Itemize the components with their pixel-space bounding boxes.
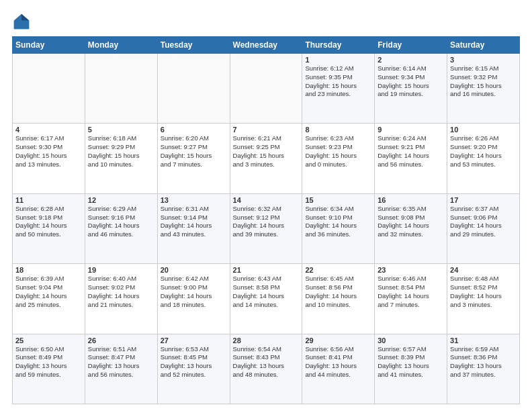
calendar-cell: 27Sunrise: 6:53 AMSunset: 8:45 PMDayligh… [157, 334, 230, 404]
calendar-cell: 20Sunrise: 6:42 AMSunset: 9:00 PMDayligh… [157, 264, 230, 334]
calendar-cell: 8Sunrise: 6:23 AMSunset: 9:23 PMDaylight… [302, 124, 375, 193]
day-info: Sunrise: 6:23 AMSunset: 9:23 PMDaylight:… [305, 134, 371, 169]
svg-marker-1 [21, 14, 29, 21]
calendar: SundayMondayTuesdayWednesdayThursdayFrid… [12, 36, 520, 404]
day-number: 19 [88, 266, 154, 274]
calendar-cell: 13Sunrise: 6:31 AMSunset: 9:14 PMDayligh… [157, 193, 230, 263]
calendar-cell: 19Sunrise: 6:40 AMSunset: 9:02 PMDayligh… [85, 264, 157, 334]
calendar-week: 25Sunrise: 6:50 AMSunset: 8:49 PMDayligh… [13, 334, 520, 404]
calendar-cell: 29Sunrise: 6:56 AMSunset: 8:41 PMDayligh… [302, 334, 375, 404]
day-number: 28 [233, 336, 300, 345]
calendar-cell: 18Sunrise: 6:39 AMSunset: 9:04 PMDayligh… [13, 264, 85, 334]
day-number: 25 [15, 336, 82, 345]
day-info: Sunrise: 6:50 AMSunset: 8:49 PMDaylight:… [15, 345, 82, 379]
day-number: 18 [15, 266, 82, 274]
day-info: Sunrise: 6:57 AMSunset: 8:39 PMDaylight:… [378, 345, 444, 379]
day-number: 4 [15, 126, 82, 134]
day-number: 23 [378, 266, 444, 274]
day-info: Sunrise: 6:51 AMSunset: 8:47 PMDaylight:… [88, 345, 154, 379]
day-info: Sunrise: 6:59 AMSunset: 8:36 PMDaylight:… [450, 345, 517, 379]
day-number: 31 [450, 336, 517, 345]
calendar-cell: 28Sunrise: 6:54 AMSunset: 8:43 PMDayligh… [230, 334, 302, 404]
day-number: 22 [305, 266, 371, 274]
calendar-body: 1Sunrise: 6:12 AMSunset: 9:35 PMDaylight… [13, 54, 520, 404]
weekday-header: Wednesday [230, 37, 302, 54]
day-info: Sunrise: 6:12 AMSunset: 9:35 PMDaylight:… [305, 64, 371, 99]
page: SundayMondayTuesdayWednesdayThursdayFrid… [0, 0, 532, 411]
calendar-cell: 11Sunrise: 6:28 AMSunset: 9:18 PMDayligh… [13, 193, 85, 263]
calendar-cell: 23Sunrise: 6:46 AMSunset: 8:54 PMDayligh… [375, 264, 447, 334]
day-info: Sunrise: 6:39 AMSunset: 9:04 PMDaylight:… [15, 275, 82, 309]
day-info: Sunrise: 6:18 AMSunset: 9:29 PMDaylight:… [88, 134, 154, 169]
calendar-cell: 3Sunrise: 6:15 AMSunset: 9:32 PMDaylight… [447, 54, 520, 124]
day-info: Sunrise: 6:34 AMSunset: 9:10 PMDaylight:… [305, 205, 371, 239]
day-number: 29 [305, 336, 371, 345]
day-number: 16 [378, 196, 444, 204]
day-number: 27 [161, 336, 227, 345]
header [12, 12, 520, 31]
day-info: Sunrise: 6:42 AMSunset: 9:00 PMDaylight:… [161, 275, 227, 309]
calendar-cell: 30Sunrise: 6:57 AMSunset: 8:39 PMDayligh… [375, 334, 447, 404]
day-number: 15 [305, 196, 371, 204]
svg-rect-2 [14, 21, 29, 30]
weekday-header: Thursday [302, 37, 375, 54]
day-info: Sunrise: 6:35 AMSunset: 9:08 PMDaylight:… [378, 205, 444, 239]
day-number: 3 [450, 56, 517, 64]
calendar-cell: 10Sunrise: 6:26 AMSunset: 9:20 PMDayligh… [447, 124, 520, 193]
calendar-cell: 9Sunrise: 6:24 AMSunset: 9:21 PMDaylight… [375, 124, 447, 193]
calendar-cell: 7Sunrise: 6:21 AMSunset: 9:25 PMDaylight… [230, 124, 302, 193]
calendar-week: 18Sunrise: 6:39 AMSunset: 9:04 PMDayligh… [13, 264, 520, 334]
day-info: Sunrise: 6:24 AMSunset: 9:21 PMDaylight:… [378, 134, 444, 169]
calendar-table: SundayMondayTuesdayWednesdayThursdayFrid… [12, 36, 520, 404]
day-info: Sunrise: 6:29 AMSunset: 9:16 PMDaylight:… [88, 205, 154, 239]
calendar-cell: 1Sunrise: 6:12 AMSunset: 9:35 PMDaylight… [302, 54, 375, 124]
day-number: 26 [88, 336, 154, 345]
day-number: 30 [378, 336, 444, 345]
day-number: 17 [450, 196, 517, 204]
day-info: Sunrise: 6:48 AMSunset: 8:52 PMDaylight:… [450, 275, 517, 309]
weekday-header: Friday [375, 37, 447, 54]
calendar-cell: 12Sunrise: 6:29 AMSunset: 9:16 PMDayligh… [85, 193, 157, 263]
calendar-cell: 22Sunrise: 6:45 AMSunset: 8:56 PMDayligh… [302, 264, 375, 334]
day-info: Sunrise: 6:54 AMSunset: 8:43 PMDaylight:… [233, 345, 300, 379]
logo [12, 12, 34, 31]
day-number: 21 [233, 266, 300, 274]
calendar-week: 4Sunrise: 6:17 AMSunset: 9:30 PMDaylight… [13, 124, 520, 193]
calendar-cell: 6Sunrise: 6:20 AMSunset: 9:27 PMDaylight… [157, 124, 230, 193]
calendar-cell [230, 54, 302, 124]
day-info: Sunrise: 6:32 AMSunset: 9:12 PMDaylight:… [233, 205, 300, 239]
day-info: Sunrise: 6:21 AMSunset: 9:25 PMDaylight:… [233, 134, 300, 169]
calendar-cell: 16Sunrise: 6:35 AMSunset: 9:08 PMDayligh… [375, 193, 447, 263]
day-number: 20 [161, 266, 227, 274]
calendar-week: 1Sunrise: 6:12 AMSunset: 9:35 PMDaylight… [13, 54, 520, 124]
day-info: Sunrise: 6:43 AMSunset: 8:58 PMDaylight:… [233, 275, 300, 309]
logo-icon [12, 12, 31, 31]
day-info: Sunrise: 6:26 AMSunset: 9:20 PMDaylight:… [450, 134, 517, 169]
day-number: 8 [305, 126, 371, 134]
day-info: Sunrise: 6:28 AMSunset: 9:18 PMDaylight:… [15, 205, 82, 239]
day-number: 2 [378, 56, 444, 64]
day-info: Sunrise: 6:14 AMSunset: 9:34 PMDaylight:… [378, 64, 444, 99]
day-info: Sunrise: 6:45 AMSunset: 8:56 PMDaylight:… [305, 275, 371, 309]
calendar-cell [85, 54, 157, 124]
calendar-cell: 24Sunrise: 6:48 AMSunset: 8:52 PMDayligh… [447, 264, 520, 334]
day-number: 6 [161, 126, 227, 134]
calendar-week: 11Sunrise: 6:28 AMSunset: 9:18 PMDayligh… [13, 193, 520, 263]
day-info: Sunrise: 6:53 AMSunset: 8:45 PMDaylight:… [161, 345, 227, 379]
weekday-header: Tuesday [157, 37, 230, 54]
day-number: 9 [378, 126, 444, 134]
calendar-header: SundayMondayTuesdayWednesdayThursdayFrid… [13, 37, 520, 54]
calendar-cell [13, 54, 85, 124]
weekday-row: SundayMondayTuesdayWednesdayThursdayFrid… [13, 37, 520, 54]
weekday-header: Monday [85, 37, 157, 54]
day-info: Sunrise: 6:46 AMSunset: 8:54 PMDaylight:… [378, 275, 444, 309]
calendar-cell: 21Sunrise: 6:43 AMSunset: 8:58 PMDayligh… [230, 264, 302, 334]
calendar-cell: 5Sunrise: 6:18 AMSunset: 9:29 PMDaylight… [85, 124, 157, 193]
calendar-cell: 4Sunrise: 6:17 AMSunset: 9:30 PMDaylight… [13, 124, 85, 193]
day-info: Sunrise: 6:17 AMSunset: 9:30 PMDaylight:… [15, 134, 82, 169]
calendar-cell: 25Sunrise: 6:50 AMSunset: 8:49 PMDayligh… [13, 334, 85, 404]
calendar-cell [157, 54, 230, 124]
day-number: 1 [305, 56, 371, 64]
day-info: Sunrise: 6:31 AMSunset: 9:14 PMDaylight:… [161, 205, 227, 239]
day-number: 12 [88, 196, 154, 204]
